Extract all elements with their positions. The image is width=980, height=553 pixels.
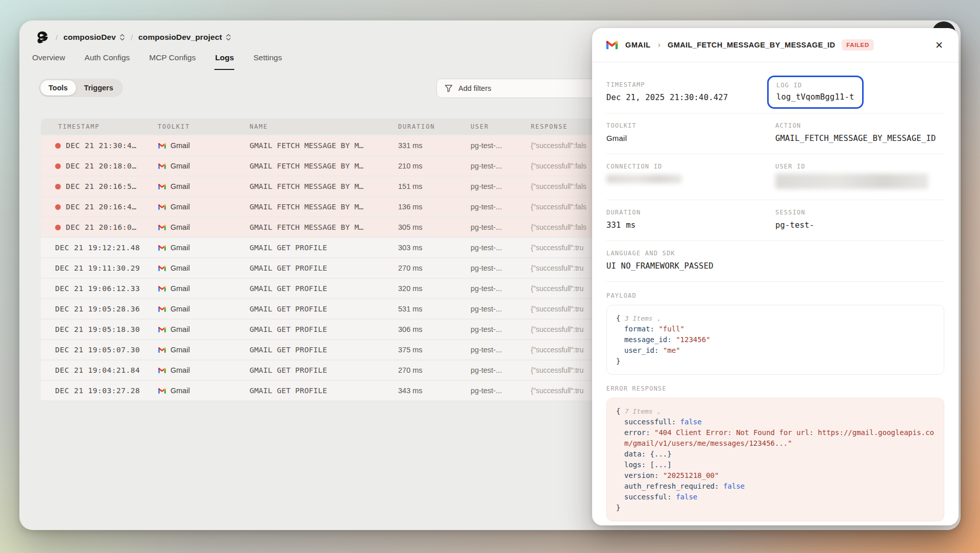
json-items-count: 7 Items <box>625 407 653 415</box>
row-toolkit: Gmail <box>170 325 190 333</box>
tab-auth-configs[interactable]: Auth Configs <box>84 50 131 70</box>
row-toolkit: Gmail <box>170 141 190 150</box>
field-user-id: USER ID <box>775 163 944 189</box>
field-value: Gmail <box>606 134 775 142</box>
json-entry: auth_refresh_required: false <box>616 481 935 492</box>
row-toolkit: Gmail <box>170 366 190 374</box>
row-duration: 136 ms <box>398 203 471 211</box>
panel-toolkit-title: GMAIL <box>625 41 651 49</box>
error-response-section: ERROR RESPONSE { 7 Items ⌄ successfull: … <box>606 385 944 521</box>
gmail-icon <box>158 285 166 292</box>
row-duration: 320 ms <box>398 284 471 293</box>
tab-mcp-configs[interactable]: MCP Configs <box>149 50 196 70</box>
row-action-name: GMAIL_FETCH_MESSAGE_BY_M… <box>250 162 398 170</box>
row-toolkit: Gmail <box>170 203 190 211</box>
field-value: log_tVqomBgg11-t <box>776 92 854 102</box>
row-user: pg-test-... <box>471 244 531 252</box>
row-timestamp: DEC 21 21:30:4… <box>66 141 136 150</box>
field-row: CONNECTION ID USER ID <box>606 154 944 200</box>
row-timestamp: DEC 21 19:05:07.30 <box>55 346 140 354</box>
json-entry: format: "full" <box>616 324 935 334</box>
panel-body: TIMESTAMP Dec 21, 2025 21:30:40.427 LOG … <box>592 62 959 521</box>
row-timestamp: DEC 21 19:03:27.28 <box>55 387 140 395</box>
json-entry: data: {...} <box>616 449 935 460</box>
row-user: pg-test-... <box>471 305 531 313</box>
row-user: pg-test-... <box>471 182 531 190</box>
tab-overview[interactable]: Overview <box>32 50 66 70</box>
field-value: Dec 21, 2025 21:30:40.427 <box>606 93 775 102</box>
toggle-tools[interactable]: Tools <box>40 80 76 95</box>
row-action-name: GMAIL_FETCH_MESSAGE_BY_M… <box>250 182 398 190</box>
field-log-id: LOG ID log_tVqomBgg11-t <box>775 81 944 102</box>
gmail-icon <box>158 347 166 353</box>
row-toolkit: Gmail <box>170 244 190 252</box>
breadcrumb-separator: / <box>56 33 58 42</box>
json-items-count: 3 Items <box>625 315 653 322</box>
field-connection-id: CONNECTION ID <box>606 163 775 189</box>
gmail-icon <box>158 306 166 312</box>
failed-status-badge: FAILED <box>842 39 874 51</box>
gmail-icon <box>158 224 166 231</box>
field-label: TIMESTAMP <box>606 81 775 88</box>
failed-status-dot-icon <box>55 204 61 210</box>
tab-logs[interactable]: Logs <box>214 50 234 70</box>
chevron-updown-icon <box>226 33 231 41</box>
row-action-name: GMAIL_FETCH_MESSAGE_BY_M… <box>250 203 398 211</box>
row-action-name: GMAIL_GET_PROFILE <box>250 366 398 374</box>
row-user: pg-test-... <box>471 325 531 333</box>
row-action-name: GMAIL_GET_PROFILE <box>250 346 398 354</box>
json-close-line: } <box>616 356 935 367</box>
column-header: TOOLKIT <box>158 123 250 130</box>
panel-action-title: GMAIL_FETCH_MESSAGE_BY_MESSAGE_ID <box>668 41 835 49</box>
desktop-background: { "breadcrumb": { "org": "composioDev", … <box>0 0 980 553</box>
org-name: composioDev <box>63 33 116 42</box>
log-detail-panel: GMAIL › GMAIL_FETCH_MESSAGE_BY_MESSAGE_I… <box>592 28 959 525</box>
row-timestamp: DEC 21 20:16:0… <box>66 223 136 231</box>
column-header: USER <box>471 123 531 130</box>
toggle-triggers[interactable]: Triggers <box>76 80 121 95</box>
json-entry: logs: [...] <box>616 460 935 470</box>
org-switcher[interactable]: composioDev <box>63 33 125 42</box>
row-action-name: GMAIL_GET_PROFILE <box>250 244 398 252</box>
field-action: ACTION GMAIL_FETCH_MESSAGE_BY_MESSAGE_ID <box>775 122 944 143</box>
field-row: LANGUAGE AND SDK UI NO_FRAMEWORK_PASSED <box>606 241 944 282</box>
main-tabs: OverviewAuth ConfigsMCP ConfigsLogsSetti… <box>32 50 282 70</box>
log-id-focus-ring[interactable]: LOG ID log_tVqomBgg11-t <box>767 76 864 109</box>
chevron-right-icon: › <box>658 40 660 50</box>
json-open-line[interactable]: { 3 Items ⌄ <box>616 313 935 324</box>
row-timestamp: DEC 21 19:12:21.48 <box>55 244 140 252</box>
row-timestamp: DEC 21 20:16:5… <box>66 182 136 190</box>
row-timestamp: DEC 21 20:16:4… <box>66 203 136 211</box>
redacted-value <box>606 175 682 183</box>
gmail-icon <box>158 245 166 251</box>
tools-triggers-toggle: ToolsTriggers <box>39 79 123 97</box>
project-switcher[interactable]: composioDev_project <box>138 33 231 42</box>
breadcrumb: / composioDev / composioDev_project <box>35 29 231 46</box>
field-label: LOG ID <box>776 82 854 89</box>
json-entry: user_id: "me" <box>616 345 935 356</box>
gmail-icon <box>605 40 619 50</box>
tab-settings[interactable]: Settings <box>253 50 282 70</box>
row-duration: 531 ms <box>398 305 471 313</box>
row-action-name: GMAIL_GET_PROFILE <box>250 387 398 395</box>
chevron-updown-icon <box>119 33 125 41</box>
row-duration: 343 ms <box>398 387 471 395</box>
column-header: TIMESTAMP <box>41 123 158 130</box>
row-user: pg-test-... <box>471 162 531 170</box>
chevron-down-icon: ⌄ <box>657 316 660 322</box>
close-icon[interactable]: ✕ <box>933 38 945 52</box>
field-language-sdk: LANGUAGE AND SDK UI NO_FRAMEWORK_PASSED <box>606 250 944 271</box>
payload-json-card: { 3 Items ⌄ format: "full" message_id: "… <box>606 305 944 375</box>
field-label: ACTION <box>775 122 944 129</box>
panel-header: GMAIL › GMAIL_FETCH_MESSAGE_BY_MESSAGE_I… <box>592 28 959 62</box>
json-open-line[interactable]: { 7 Items ⌄ <box>616 406 935 417</box>
gmail-icon <box>158 142 166 149</box>
row-toolkit: Gmail <box>170 346 190 354</box>
field-label: CONNECTION ID <box>606 163 775 170</box>
section-label: PAYLOAD <box>606 292 944 299</box>
composio-logo-icon[interactable] <box>35 30 50 45</box>
row-toolkit: Gmail <box>170 264 190 272</box>
row-toolkit: Gmail <box>170 162 190 170</box>
gmail-icon <box>158 204 166 210</box>
field-session: SESSION pg-test- <box>775 209 944 230</box>
